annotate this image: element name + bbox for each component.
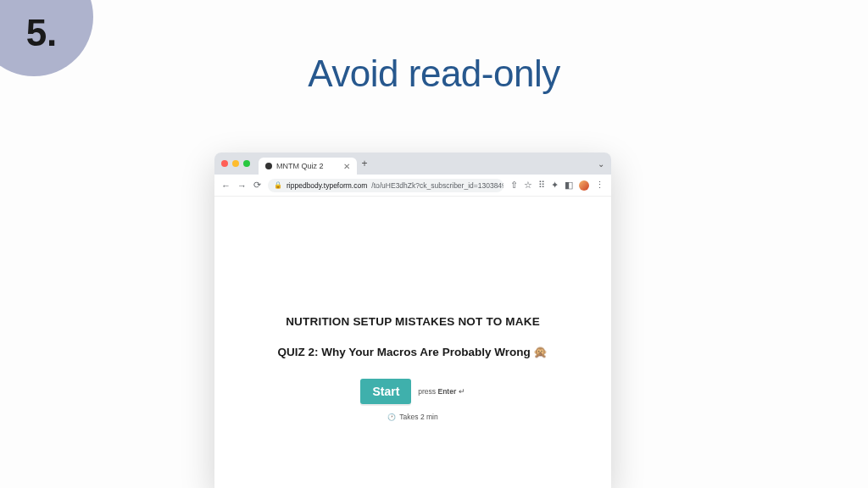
toolbar-right: ⇧ ☆ ⠿ ✦ ◧ ⋮ [510, 180, 604, 191]
hint-prefix: press [418, 387, 437, 396]
browser-toolbar: ← → ⟳ 🔒 rippedbody.typeform.com/to/uHE3d… [214, 175, 611, 197]
back-button[interactable]: ← [221, 180, 231, 191]
expand-icon[interactable]: ⌄ [598, 159, 604, 169]
window-controls [221, 160, 250, 167]
minimize-window-icon[interactable] [232, 160, 239, 167]
maximize-window-icon[interactable] [243, 160, 250, 167]
menu-icon[interactable]: ⋮ [595, 180, 604, 191]
slide-number: 5. [26, 12, 58, 54]
profile-avatar[interactable] [579, 180, 589, 191]
tab-title: MNTM Quiz 2 [276, 162, 324, 170]
hint-key: Enter [437, 387, 456, 396]
tab-favicon-icon [265, 163, 272, 169]
duration-text: Takes 2 min [399, 413, 437, 421]
share-icon[interactable]: ⇧ [510, 180, 518, 191]
address-bar[interactable]: 🔒 rippedbody.typeform.com/to/uHE3dhZk?ck… [268, 179, 504, 192]
panel-icon[interactable]: ◧ [565, 180, 573, 191]
page-content: NUTRITION SETUP MISTAKES NOT TO MAKE QUI… [214, 197, 611, 488]
quiz-subheading: QUIZ 2: Why Your Macros Are Probably Wro… [240, 345, 586, 358]
slide-title: Avoid read-only [0, 53, 868, 95]
tab-close-icon[interactable]: ✕ [343, 162, 350, 171]
extension-icon[interactable]: ⠿ [538, 180, 545, 191]
forward-button[interactable]: → [237, 180, 247, 191]
clock-icon: 🕐 [387, 413, 396, 421]
bookmark-icon[interactable]: ☆ [524, 180, 532, 191]
start-hint: press Enter ↵ [418, 387, 465, 396]
new-tab-button[interactable]: + [362, 158, 368, 169]
browser-window: MNTM Quiz 2 ✕ + ⌄ ← → ⟳ 🔒 rippedbody.typ… [214, 152, 611, 488]
url-host: rippedbody.typeform.com [287, 181, 367, 190]
url-path: /to/uHE3dhZk?ck_subscriber_id=1303849921… [371, 181, 504, 190]
start-row: Start press Enter ↵ [240, 379, 586, 404]
lock-icon: 🔒 [274, 181, 282, 189]
reload-button[interactable]: ⟳ [253, 180, 261, 191]
duration-row: 🕐 Takes 2 min [240, 413, 586, 421]
browser-tab[interactable]: MNTM Quiz 2 ✕ [259, 158, 357, 175]
hint-suffix: ↵ [456, 387, 465, 396]
puzzle-icon[interactable]: ✦ [551, 180, 559, 191]
start-button[interactable]: Start [360, 379, 411, 404]
quiz-heading: NUTRITION SETUP MISTAKES NOT TO MAKE [240, 315, 586, 328]
close-window-icon[interactable] [221, 160, 228, 167]
quiz-intro: NUTRITION SETUP MISTAKES NOT TO MAKE QUI… [214, 315, 611, 421]
browser-titlebar: MNTM Quiz 2 ✕ + ⌄ [214, 152, 611, 175]
